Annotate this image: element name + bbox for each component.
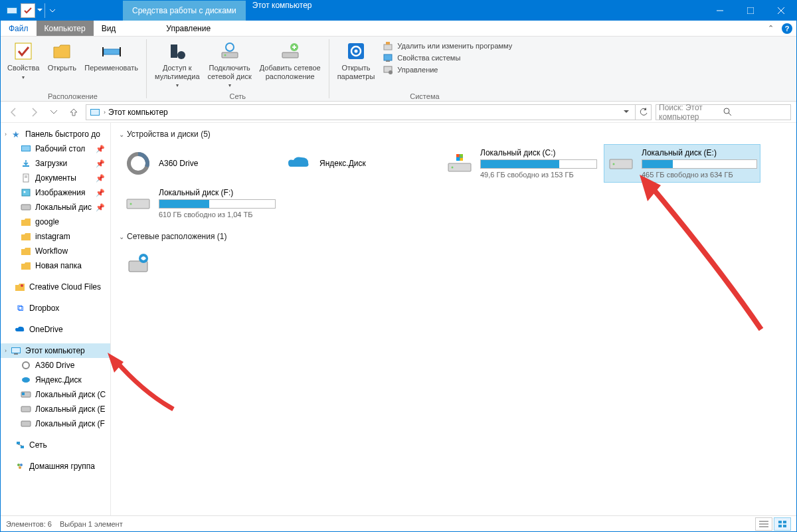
- item-network-location[interactable]: [122, 246, 278, 281]
- open-settings-button[interactable]: Открыть параметры: [333, 38, 379, 83]
- svg-rect-3: [747, 7, 754, 14]
- ribbon-group-network: Доступ к мультимедиа▾ Подключить сетевой…: [148, 37, 327, 101]
- search-box[interactable]: Поиск: Этот компьютер: [656, 104, 791, 120]
- svg-rect-25: [386, 60, 390, 62]
- media-access-button[interactable]: Доступ к мультимедиа▾: [151, 38, 204, 91]
- svg-rect-61: [456, 158, 460, 161]
- nav-new-folder[interactable]: Новая папка: [1, 258, 110, 273]
- nav-downloads[interactable]: Загрузки📌: [1, 156, 110, 171]
- disk-c-fill: [481, 160, 559, 168]
- tab-view[interactable]: Вид: [94, 21, 124, 36]
- help-icon[interactable]: ?: [782, 23, 792, 34]
- nav-local-disk-qa[interactable]: Локальный дис📌: [1, 200, 110, 215]
- view-icons-button[interactable]: [774, 517, 791, 531]
- svg-rect-44: [14, 353, 18, 355]
- view-details-button[interactable]: [755, 517, 772, 531]
- svg-point-14: [226, 43, 234, 51]
- nav-network[interactable]: Сеть: [1, 438, 110, 452]
- breadcrumb-this-pc[interactable]: Этот компьютер: [108, 108, 618, 117]
- add-network-location-button[interactable]: Добавить сетевое расположение: [256, 38, 325, 83]
- minimize-button[interactable]: [705, 1, 735, 21]
- explorer-icon[interactable]: [5, 3, 19, 18]
- nav-disk-f[interactable]: Локальный диск (F: [1, 416, 110, 431]
- svg-point-64: [452, 167, 454, 169]
- ribbon-group-system: Открыть параметры Удалить или изменить п…: [331, 37, 519, 101]
- open-button[interactable]: Открыть: [43, 38, 80, 75]
- qat-dropdown-icon[interactable]: [37, 8, 43, 13]
- svg-point-21: [354, 50, 357, 53]
- nav-this-pc[interactable]: ›Этот компьютер: [1, 343, 110, 358]
- title-bar: Средства работы с дисками Этот компьютер: [1, 1, 796, 21]
- nav-history-dropdown[interactable]: [46, 104, 62, 120]
- item-yandex-disk[interactable]: Яндекс.Диск: [282, 144, 439, 183]
- nav-back-button[interactable]: [6, 104, 22, 120]
- svg-rect-49: [21, 406, 31, 412]
- content-pane[interactable]: ⌄Устройства и диски (5) A360 Drive Яндек…: [111, 123, 796, 515]
- address-field[interactable]: › Этот компьютер: [86, 104, 636, 120]
- uninstall-programs-button[interactable]: Удалить или изменить программу: [383, 41, 512, 51]
- nav-disk-c[interactable]: Локальный диск (C: [1, 387, 110, 402]
- address-dropdown-icon[interactable]: [620, 105, 632, 120]
- close-button[interactable]: [766, 1, 796, 21]
- nav-instagram[interactable]: instagram: [1, 229, 110, 244]
- svg-rect-34: [23, 165, 29, 167]
- nav-dropbox[interactable]: ⧉Dropbox: [1, 301, 110, 315]
- system-properties-button[interactable]: Свойства системы: [383, 52, 512, 63]
- nav-workflow[interactable]: Workflow: [1, 244, 110, 258]
- tab-manage[interactable]: Управление: [158, 21, 219, 36]
- search-icon: [723, 108, 788, 116]
- qat-properties-icon[interactable]: [21, 3, 35, 18]
- group-label-network: Сеть: [151, 92, 325, 101]
- map-network-drive-button[interactable]: Подключить сетевой диск▾: [204, 38, 256, 91]
- group-devices-header[interactable]: ⌄Устройства и диски (5): [119, 130, 788, 139]
- contextual-tab-disk-tools[interactable]: Средства работы с дисками: [123, 1, 246, 21]
- nav-google[interactable]: google: [1, 215, 110, 229]
- yandex-icon: [285, 149, 313, 177]
- item-disk-f[interactable]: Локальный диск (F:)610 ГБ свободно из 1,…: [122, 184, 278, 222]
- nav-documents[interactable]: Документы📌: [1, 171, 110, 185]
- svg-rect-10: [171, 44, 177, 58]
- nav-homegroup[interactable]: Домашняя группа: [1, 459, 110, 474]
- svg-point-54: [17, 464, 20, 466]
- breadcrumb-root-icon: [89, 106, 101, 118]
- nav-pictures[interactable]: Изображения📌: [1, 185, 110, 200]
- maximize-button[interactable]: [735, 1, 766, 21]
- nav-up-button[interactable]: [66, 104, 82, 120]
- svg-rect-75: [783, 521, 786, 523]
- svg-point-11: [177, 51, 185, 59]
- nav-desktop[interactable]: Рабочий стол📌: [1, 141, 110, 156]
- nav-quick-access[interactable]: ›★Панель быстрого до: [1, 127, 110, 141]
- nav-onedrive[interactable]: OneDrive: [1, 322, 110, 337]
- svg-rect-40: [21, 205, 31, 210]
- svg-rect-1: [7, 8, 17, 13]
- qat-customize-icon[interactable]: [44, 3, 59, 18]
- tab-computer[interactable]: Компьютер: [37, 21, 94, 36]
- group-network-header[interactable]: ⌄Сетевые расположения (1): [119, 232, 788, 241]
- item-a360-drive[interactable]: A360 Drive: [122, 144, 278, 183]
- rename-button[interactable]: Переименовать: [80, 38, 142, 75]
- a360-icon: [124, 149, 152, 177]
- svg-rect-43: [12, 348, 20, 353]
- svg-rect-35: [23, 174, 29, 182]
- svg-rect-9: [120, 47, 121, 56]
- nav-yandex-disk[interactable]: Яндекс.Диск: [1, 373, 110, 387]
- svg-rect-60: [460, 154, 464, 157]
- nav-a360[interactable]: A360 Drive: [1, 358, 110, 373]
- nav-disk-e[interactable]: Локальный диск (E: [1, 402, 110, 416]
- nav-forward-button[interactable]: [26, 104, 42, 120]
- ribbon-collapse-icon[interactable]: ⌃: [768, 24, 774, 33]
- refresh-button[interactable]: [636, 104, 652, 120]
- svg-rect-50: [21, 421, 31, 426]
- item-disk-e[interactable]: Локальный диск (Е:)465 ГБ свободно из 63…: [604, 144, 760, 183]
- tab-file[interactable]: Файл: [1, 21, 37, 36]
- manage-button[interactable]: Управление: [383, 64, 512, 75]
- main-content-area: ›★Панель быстрого до Рабочий стол📌 Загру…: [1, 123, 796, 515]
- item-disk-c[interactable]: Локальный диск (С:)49,6 ГБ свободно из 1…: [443, 144, 600, 183]
- properties-button[interactable]: Свойства▾: [3, 38, 43, 83]
- svg-point-39: [24, 191, 26, 193]
- nav-creative-cloud[interactable]: Creative Cloud Files: [1, 280, 110, 294]
- ribbon-tab-strip: Файл Компьютер Вид Управление ⌃ ?: [1, 21, 796, 37]
- group-label-location: Расположение: [3, 92, 142, 101]
- quick-access-toolbar: [1, 3, 63, 18]
- svg-line-53: [18, 444, 22, 446]
